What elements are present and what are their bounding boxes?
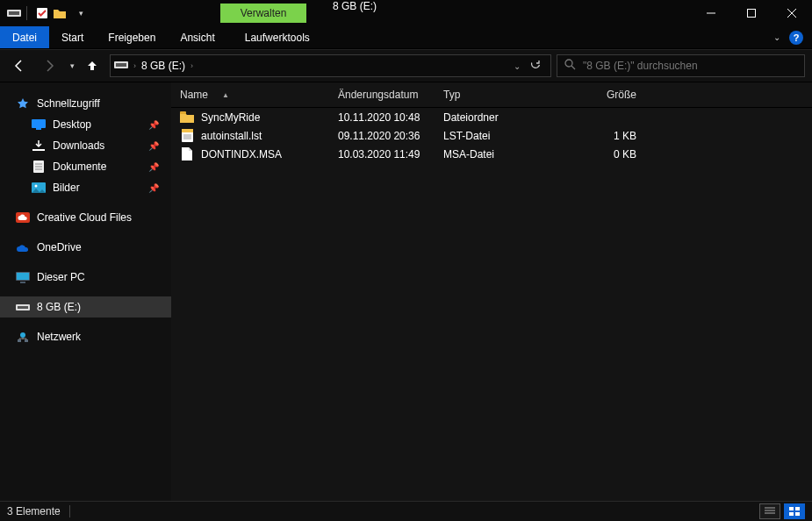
back-button[interactable]: [7, 54, 32, 78]
column-date[interactable]: Änderungsdatum: [338, 89, 443, 101]
svg-point-9: [565, 60, 572, 67]
separator: [69, 505, 70, 517]
nav-this-pc[interactable]: Dieser PC: [0, 267, 171, 288]
pin-icon: 📌: [148, 162, 159, 172]
separator: [26, 6, 27, 20]
column-label: Name: [180, 89, 208, 101]
recent-locations-icon[interactable]: ▾: [70, 61, 75, 70]
properties-icon[interactable]: [34, 5, 50, 21]
file-date: 09.11.2020 20:36: [338, 130, 443, 142]
new-folder-icon[interactable]: [52, 5, 68, 21]
svg-rect-4: [748, 10, 756, 18]
tab-file[interactable]: Datei: [0, 26, 49, 48]
qat-dropdown-icon[interactable]: ▾: [73, 5, 89, 21]
title-bar: ▾ Verwalten 8 GB (E:): [0, 0, 812, 26]
nav-downloads[interactable]: Downloads 📌: [0, 135, 171, 156]
thumbnails-view-button[interactable]: [784, 503, 805, 519]
nav-label: Desktop: [53, 118, 91, 131]
minimize-button[interactable]: [691, 0, 731, 26]
file-name: autoinstall.lst: [201, 130, 262, 142]
titlebar-left: ▾: [0, 0, 89, 26]
pin-icon: 📌: [148, 141, 159, 151]
quick-access-toolbar: ▾: [34, 5, 89, 21]
svg-rect-22: [17, 273, 29, 280]
lst-file-icon: [180, 129, 194, 143]
drive-icon: [114, 60, 128, 73]
column-headers: Name ▲ Änderungsdatum Typ Größe: [171, 82, 812, 108]
file-date: 10.11.2020 10:48: [338, 111, 443, 124]
column-name[interactable]: Name ▲: [180, 89, 338, 101]
svg-point-26: [20, 332, 25, 338]
column-size[interactable]: Größe: [557, 89, 663, 101]
svg-rect-27: [18, 339, 21, 342]
pc-icon: [16, 270, 30, 284]
column-label: Typ: [443, 89, 460, 101]
svg-point-19: [35, 185, 38, 188]
tab-share[interactable]: Freigeben: [96, 26, 168, 48]
search-box[interactable]: [557, 54, 805, 77]
file-type: Dateiordner: [443, 111, 557, 124]
nav-network[interactable]: Netzwerk: [0, 326, 171, 347]
chevron-right-icon[interactable]: ›: [190, 61, 193, 70]
expand-ribbon-icon[interactable]: ⌄: [773, 32, 780, 42]
download-icon: [32, 139, 46, 153]
file-row[interactable]: autoinstall.lst 09.11.2020 20:36 LST-Dat…: [171, 126, 812, 145]
search-icon: [564, 59, 576, 73]
svg-rect-23: [20, 282, 25, 283]
nav-label: Netzwerk: [37, 331, 81, 343]
file-date: 10.03.2020 11:49: [338, 148, 443, 161]
status-bar: 3 Elemente: [0, 501, 812, 521]
maximize-button[interactable]: [731, 0, 772, 26]
svg-rect-13: [32, 149, 45, 151]
column-label: Änderungsdatum: [338, 89, 418, 101]
chevron-right-icon[interactable]: ›: [133, 61, 136, 70]
tab-view[interactable]: Ansicht: [168, 26, 226, 48]
nav-label: Dieser PC: [37, 271, 85, 283]
pictures-icon: [32, 181, 46, 195]
breadcrumb[interactable]: 8 GB (E:): [141, 60, 185, 72]
tab-drive-tools[interactable]: Laufwerktools: [233, 26, 322, 48]
network-icon: [16, 330, 30, 344]
file-list-pane: Name ▲ Änderungsdatum Typ Größe SyncMyRi…: [171, 82, 812, 501]
file-name: SyncMyRide: [201, 111, 260, 124]
nav-drive-e[interactable]: 8 GB (E:): [0, 296, 171, 318]
nav-label: Bilder: [53, 182, 80, 194]
nav-label: 8 GB (E:): [37, 301, 81, 313]
nav-creative-cloud[interactable]: Creative Cloud Files: [0, 207, 171, 228]
file-name: DONTINDX.MSA: [201, 148, 282, 161]
svg-rect-40: [789, 512, 794, 516]
address-bar[interactable]: › 8 GB (E:) › ⌄: [110, 54, 551, 77]
nav-documents[interactable]: Dokumente 📌: [0, 156, 171, 177]
file-row[interactable]: SyncMyRide 10.11.2020 10:48 Dateiordner: [171, 108, 812, 126]
forward-button[interactable]: [37, 54, 61, 78]
window-title: 8 GB (E:): [333, 0, 377, 12]
svg-rect-31: [182, 129, 193, 132]
close-button[interactable]: [772, 0, 812, 26]
tab-start[interactable]: Start: [49, 26, 96, 48]
view-switcher: [759, 503, 805, 519]
up-button[interactable]: [80, 54, 104, 78]
nav-desktop[interactable]: Desktop 📌: [0, 114, 171, 135]
details-view-button[interactable]: [759, 503, 780, 519]
svg-rect-8: [116, 63, 126, 67]
file-type: LST-Datei: [443, 130, 557, 142]
nav-label: OneDrive: [37, 241, 82, 253]
sort-asc-icon: ▲: [222, 91, 229, 99]
drive-icon: [16, 300, 30, 314]
nav-pictures[interactable]: Bilder 📌: [0, 177, 171, 198]
svg-rect-12: [36, 128, 41, 130]
svg-rect-28: [25, 339, 28, 342]
desktop-icon: [32, 118, 46, 132]
refresh-icon[interactable]: [529, 59, 542, 74]
help-icon[interactable]: ?: [789, 31, 803, 45]
file-row[interactable]: DONTINDX.MSA 10.03.2020 11:49 MSA-Datei …: [171, 145, 812, 163]
nav-quick-access[interactable]: Schnellzugriff: [0, 93, 171, 114]
navigation-pane: Schnellzugriff Desktop 📌 Downloads 📌 Dok…: [0, 82, 171, 501]
svg-rect-41: [795, 512, 800, 516]
search-input[interactable]: [581, 59, 797, 73]
nav-onedrive[interactable]: OneDrive: [0, 237, 171, 258]
navigation-row: ▾ › 8 GB (E:) › ⌄: [0, 49, 812, 82]
status-item-count: 3 Elemente: [7, 505, 61, 517]
address-dropdown-icon[interactable]: ⌄: [514, 61, 521, 71]
column-type[interactable]: Typ: [443, 89, 557, 101]
